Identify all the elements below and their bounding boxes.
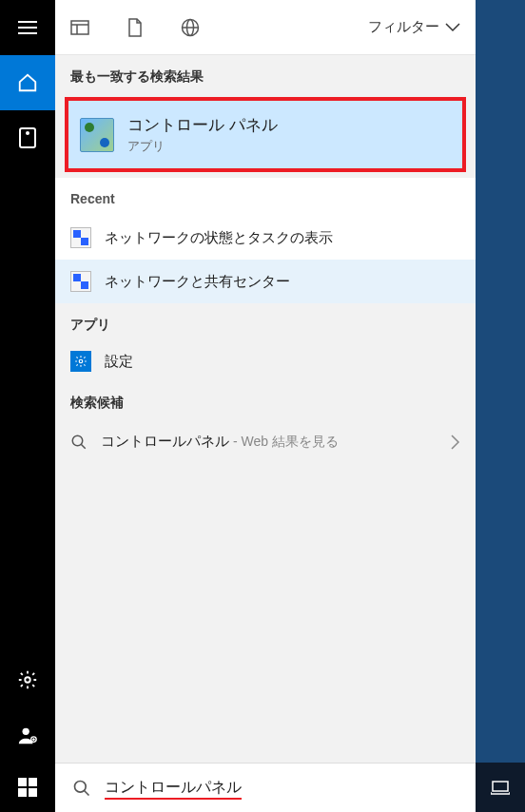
user-button[interactable] [0,707,55,763]
user-icon [17,725,38,745]
chevron-right-icon [451,435,460,450]
search-bar[interactable]: コントロールパネル [55,763,476,812]
best-match-item[interactable]: コントロール パネル アプリ [65,97,466,172]
svg-rect-20 [493,782,508,791]
panel-header: フィルター [55,0,476,55]
section-best-match-title: 最も一致する検索結果 [55,55,476,93]
settings-icon [70,351,91,372]
network-icon [70,271,91,292]
app-scope-button[interactable] [70,18,89,37]
svg-line-17 [81,444,86,449]
settings-button[interactable] [0,652,55,707]
svg-rect-6 [29,778,37,786]
network-icon [70,227,91,248]
best-match-subtitle: アプリ [127,138,278,155]
start-button[interactable] [0,763,55,812]
recent-item[interactable]: ネットワークと共有センター [55,260,476,303]
search-icon [72,779,91,798]
document-scope-button[interactable] [126,18,145,37]
section-apps-title: アプリ [55,303,476,341]
hamburger-icon [18,21,37,34]
search-input-text[interactable]: コントロールパネル [105,778,242,798]
filter-dropdown[interactable]: フィルター [368,18,460,36]
svg-point-3 [23,728,29,735]
svg-point-2 [25,677,30,683]
filter-label: フィルター [368,18,439,36]
apps-icon [19,127,36,148]
svg-rect-8 [29,788,37,797]
svg-line-19 [85,790,89,795]
app-item[interactable]: 設定 [55,341,476,381]
svg-point-15 [79,359,83,363]
globe-icon [181,18,200,37]
web-scope-button[interactable] [181,18,200,37]
control-panel-icon [80,118,114,152]
hamburger-menu-button[interactable] [0,0,55,55]
windows-icon [18,778,37,797]
search-icon [70,434,88,451]
task-view-icon [491,780,510,795]
gear-icon [17,669,38,690]
suggest-main: コントロールパネル [101,433,229,449]
recent-item[interactable]: ネットワークの状態とタスクの表示 [55,216,476,260]
app-item-label: 設定 [105,353,133,371]
section-recent-title: Recent [55,178,476,216]
recent-item-label: ネットワークの状態とタスクの表示 [105,229,333,247]
svg-point-18 [75,781,87,792]
document-icon [127,18,143,37]
svg-rect-7 [18,788,27,797]
svg-point-1 [26,131,29,135]
chevron-down-icon [445,23,460,32]
home-button[interactable] [0,55,55,110]
task-view-button[interactable] [476,763,525,812]
svg-rect-5 [18,778,27,786]
suggest-item[interactable]: コントロールパネル - Web 結果を見る [55,419,476,464]
recent-item-label: ネットワークと共有センター [105,273,290,291]
best-match-title: コントロール パネル [127,114,278,136]
apps-button[interactable] [0,110,55,165]
home-icon [17,72,38,93]
window-icon [70,20,89,35]
suggest-hint: - Web 結果を見る [229,434,339,449]
section-suggest-title: 検索候補 [55,381,476,419]
svg-rect-9 [71,21,88,34]
svg-point-16 [72,435,83,446]
